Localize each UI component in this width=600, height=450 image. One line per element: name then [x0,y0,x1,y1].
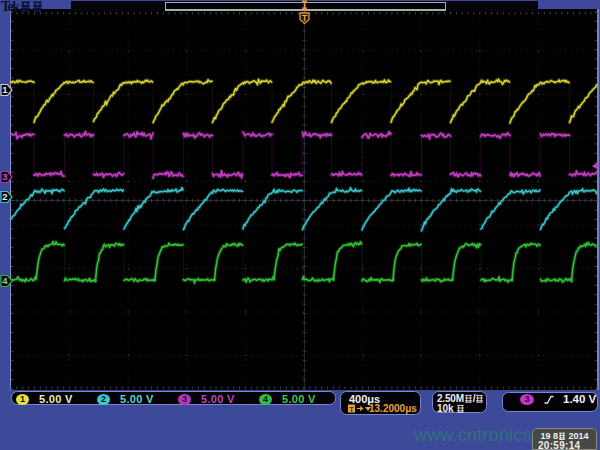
svg-text:1: 1 [2,84,8,95]
svg-text:4: 4 [2,275,8,286]
svg-text:T: T [349,405,354,414]
svg-text:T: T [302,13,308,23]
svg-text:3: 3 [2,171,7,182]
svg-text:2: 2 [2,191,7,202]
